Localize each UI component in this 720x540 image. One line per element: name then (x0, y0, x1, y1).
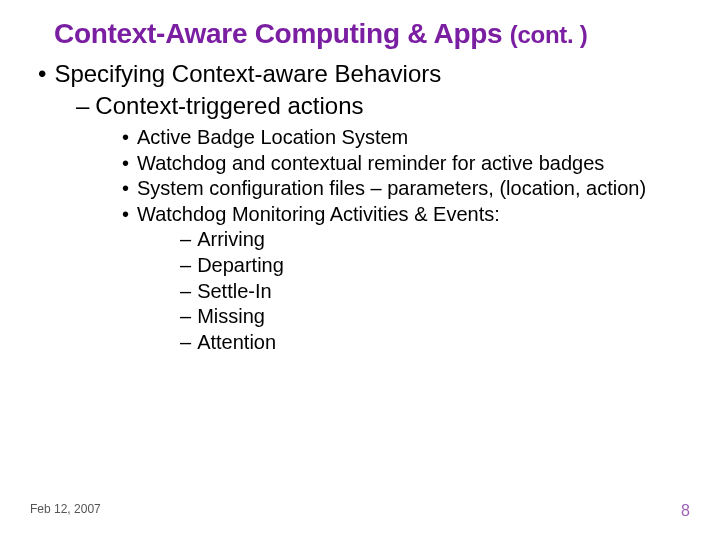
bullet-dot-icon: • (38, 60, 46, 88)
bullet-dot-icon: • (122, 152, 129, 176)
footer: Feb 12, 2007 8 (30, 502, 690, 520)
bullet-level3: • System configuration files – parameter… (122, 177, 690, 201)
dash-icon: – (180, 254, 191, 278)
dash-icon: – (180, 228, 191, 252)
bullet-text: Context-triggered actions (95, 92, 363, 120)
bullet-text: Watchdog Monitoring Activities & Events: (137, 203, 500, 227)
bullet-dot-icon: • (122, 177, 129, 201)
bullet-level4: – Settle-In (180, 280, 690, 304)
bullet-text: Attention (197, 331, 276, 355)
bullet-text: Departing (197, 254, 284, 278)
bullet-text: Arriving (197, 228, 265, 252)
bullet-text: Settle-In (197, 280, 271, 304)
bullet-text: Watchdog and contextual reminder for act… (137, 152, 604, 176)
bullet-dot-icon: • (122, 203, 129, 227)
bullet-level4: – Arriving (180, 228, 690, 252)
title-cont: (cont. ) (510, 21, 588, 48)
page-number: 8 (681, 502, 690, 520)
bullet-text: Missing (197, 305, 265, 329)
bullet-level3: • Active Badge Location System (122, 126, 690, 150)
dash-icon: – (180, 331, 191, 355)
bullet-text: System configuration files – parameters,… (137, 177, 646, 201)
bullet-level4: – Attention (180, 331, 690, 355)
bullet-level1: • Specifying Context-aware Behaviors (38, 60, 690, 88)
footer-date: Feb 12, 2007 (30, 502, 101, 520)
dash-icon: – (180, 305, 191, 329)
bullet-level4: – Departing (180, 254, 690, 278)
bullet-level4: – Missing (180, 305, 690, 329)
slide-title: Context-Aware Computing & Apps (cont. ) (54, 18, 690, 50)
slide: Context-Aware Computing & Apps (cont. ) … (0, 0, 720, 540)
title-main: Context-Aware Computing & Apps (54, 18, 510, 49)
bullet-level2: – Context-triggered actions (76, 92, 690, 120)
bullet-dot-icon: • (122, 126, 129, 150)
dash-icon: – (76, 92, 89, 120)
bullet-level3: • Watchdog and contextual reminder for a… (122, 152, 690, 176)
bullet-text: Specifying Context-aware Behaviors (54, 60, 441, 88)
dash-icon: – (180, 280, 191, 304)
bullet-level3: • Watchdog Monitoring Activities & Event… (122, 203, 690, 227)
bullet-text: Active Badge Location System (137, 126, 408, 150)
